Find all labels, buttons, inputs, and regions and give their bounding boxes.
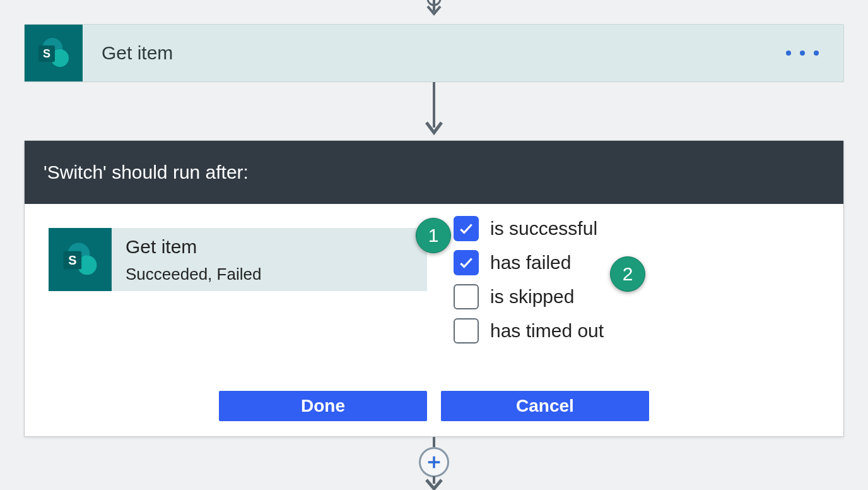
annotation-badge-2: 2 bbox=[610, 256, 645, 292]
arrow-down-icon bbox=[421, 82, 447, 140]
annotation-badge-1: 1 bbox=[416, 218, 451, 253]
sharepoint-icon: S bbox=[49, 228, 112, 291]
ellipsis-dot-icon bbox=[786, 51, 791, 56]
option-label: has timed out bbox=[490, 320, 604, 342]
ellipsis-dot-icon bbox=[800, 51, 805, 56]
checkbox-has-timed-out[interactable] bbox=[454, 318, 479, 344]
arrow-down-icon bbox=[421, 0, 447, 20]
action-title: Get item bbox=[83, 25, 761, 81]
action-more-menu[interactable] bbox=[761, 25, 843, 81]
ellipsis-dot-icon bbox=[814, 51, 819, 56]
arrow-down-icon bbox=[415, 437, 453, 490]
done-button[interactable]: Done bbox=[219, 391, 427, 421]
run-after-source[interactable]: S Get item Succeeded, Failed bbox=[49, 228, 427, 291]
option-label: is successful bbox=[490, 218, 597, 239]
svg-text:S: S bbox=[43, 47, 50, 60]
panel-header: 'Switch' should run after: bbox=[25, 141, 843, 204]
action-card[interactable]: S Get item bbox=[24, 24, 844, 82]
run-after-options: is successful has failed is skipped bbox=[454, 214, 604, 350]
svg-text:S: S bbox=[68, 253, 76, 267]
option-label: has failed bbox=[490, 252, 571, 273]
run-after-source-status: Succeeded, Failed bbox=[126, 265, 261, 284]
sharepoint-icon: S bbox=[25, 25, 83, 81]
run-after-source-title: Get item bbox=[126, 236, 261, 258]
run-after-panel: 'Switch' should run after: S Get item Su… bbox=[24, 140, 844, 437]
cancel-button[interactable]: Cancel bbox=[441, 391, 649, 421]
option-label: is skipped bbox=[490, 286, 574, 308]
checkbox-is-successful[interactable] bbox=[454, 216, 479, 241]
checkbox-is-skipped[interactable] bbox=[454, 284, 479, 309]
checkbox-has-failed[interactable] bbox=[454, 250, 479, 275]
